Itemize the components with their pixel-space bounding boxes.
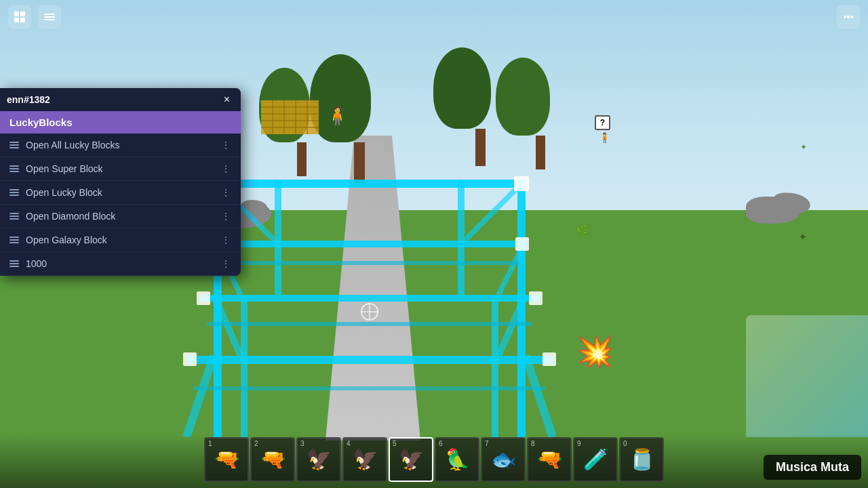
music-label: Musica Muta xyxy=(764,455,861,480)
menu-item-options[interactable]: ⋮ xyxy=(221,258,231,269)
svg-rect-41 xyxy=(14,12,19,16)
hotbar-slot-number: 3 xyxy=(300,440,304,447)
svg-rect-30 xyxy=(515,237,529,251)
svg-rect-15 xyxy=(275,180,281,295)
drag-icon xyxy=(9,260,19,267)
menu-item-options[interactable]: ⋮ xyxy=(221,187,231,198)
hotbar-slot-1[interactable]: 1 🔫 xyxy=(204,437,249,482)
hotbar-slot-number: 1 xyxy=(208,440,212,447)
drag-icon xyxy=(9,237,19,243)
svg-rect-33 xyxy=(183,352,197,366)
hotbar-slot-3[interactable]: 3 🦅 xyxy=(296,437,341,482)
menu-item-options[interactable]: ⋮ xyxy=(221,140,231,150)
settings-icon-button[interactable] xyxy=(837,5,860,28)
svg-rect-36 xyxy=(207,322,532,326)
menu-item-open-all[interactable]: Open All Lucky Blocks ⋮ xyxy=(0,134,241,157)
hotbar-slot-7[interactable]: 7 🐟 xyxy=(481,437,526,482)
menu-panel: enn#1382 × LuckyBlocks Open All Lucky Bl… xyxy=(0,88,241,276)
svg-rect-34 xyxy=(542,352,556,366)
menu-item-left: Open Lucky Block xyxy=(9,187,102,198)
hotbar-slot-icon: 🔫 xyxy=(260,447,285,471)
menu-item-options[interactable]: ⋮ xyxy=(221,211,231,222)
hotbar: 1 🔫 2 🔫 3 🦅 4 🦅 5 🦅 6 🦜 7 🐟 8 🔫 9 🧪 0 🫙 xyxy=(0,434,868,488)
menu-item-left: Open All Lucky Blocks xyxy=(9,140,120,150)
menu-item-left: 1000 xyxy=(9,258,47,269)
top-bar xyxy=(0,0,868,34)
svg-rect-47 xyxy=(44,19,55,20)
svg-rect-17 xyxy=(241,295,248,437)
player-character: 🧍 xyxy=(326,105,349,127)
svg-point-49 xyxy=(847,16,850,18)
home-icon-button[interactable] xyxy=(8,5,31,28)
menu-icon-button[interactable] xyxy=(38,5,61,28)
menu-item-label: 1000 xyxy=(26,258,47,269)
hotbar-slots: 1 🔫 2 🔫 3 🦅 4 🦅 5 🦅 6 🦜 7 🐟 8 🔫 9 🧪 0 🫙 xyxy=(204,437,664,482)
explosion-effect: 💥 xyxy=(576,333,614,369)
hotbar-slot-number: 8 xyxy=(531,440,535,447)
menu-item-open-super[interactable]: Open Super Block ⋮ xyxy=(0,157,241,181)
hotbar-slot-10[interactable]: 0 🫙 xyxy=(619,437,664,482)
hotbar-slot-icon: 🦅 xyxy=(399,447,424,471)
svg-point-50 xyxy=(850,16,853,18)
hotbar-slot-number: 4 xyxy=(347,440,351,447)
hotbar-slot-number: 7 xyxy=(485,440,489,447)
svg-rect-35 xyxy=(220,261,519,265)
menu-item-options[interactable]: ⋮ xyxy=(221,163,231,174)
hotbar-slot-icon: 🧪 xyxy=(583,447,608,471)
drag-icon xyxy=(9,213,19,220)
hotbar-slot-9[interactable]: 9 🧪 xyxy=(573,437,618,482)
svg-rect-16 xyxy=(458,180,465,295)
svg-rect-18 xyxy=(492,295,498,437)
hotbar-slot-6[interactable]: 6 🦜 xyxy=(435,437,479,482)
yellow-grid-object xyxy=(261,100,319,134)
hotbar-slot-number: 6 xyxy=(439,440,443,447)
grass-small: ✦ xyxy=(798,230,807,243)
svg-point-48 xyxy=(844,16,846,18)
arrow-small: ✦ xyxy=(800,142,807,152)
hotbar-slot-number: 5 xyxy=(393,440,397,447)
svg-line-26 xyxy=(526,356,553,437)
menu-item-options[interactable]: ⋮ xyxy=(221,235,231,245)
menu-item-left: Open Galaxy Block xyxy=(9,235,107,245)
menu-item-label: Open Lucky Block xyxy=(26,187,102,198)
hotbar-slot-2[interactable]: 2 🔫 xyxy=(250,437,295,482)
svg-rect-46 xyxy=(44,16,55,18)
distant-character: 🧍 xyxy=(599,132,610,143)
menu-username: enn#1382 xyxy=(7,94,50,105)
drag-icon xyxy=(9,165,19,172)
hotbar-slot-icon: 🐟 xyxy=(491,447,516,471)
menu-item-open-diamond[interactable]: Open Diamond Block ⋮ xyxy=(0,205,241,228)
grass-decoration-1: 🌿 xyxy=(576,224,590,237)
hotbar-slot-8[interactable]: 8 🔫 xyxy=(527,437,572,482)
svg-rect-0 xyxy=(261,100,319,134)
menu-item-amount-1000[interactable]: 1000 ⋮ xyxy=(0,252,241,276)
hotbar-slot-5[interactable]: 5 🦅 xyxy=(389,437,433,482)
svg-rect-31 xyxy=(197,291,210,305)
hotbar-slot-icon: 🫙 xyxy=(629,447,654,471)
svg-rect-43 xyxy=(14,18,19,22)
svg-rect-32 xyxy=(529,291,542,305)
svg-rect-42 xyxy=(20,12,25,16)
bright-corner xyxy=(746,315,868,437)
drag-icon xyxy=(9,189,19,196)
hotbar-slot-icon: 🔫 xyxy=(214,447,239,471)
menu-item-left: Open Diamond Block xyxy=(9,211,115,222)
svg-rect-37 xyxy=(193,386,546,390)
menu-title-bar: enn#1382 × xyxy=(0,88,241,111)
hotbar-slot-icon: 🦅 xyxy=(353,447,378,471)
hotbar-slot-icon: 🦅 xyxy=(307,447,332,471)
svg-rect-10 xyxy=(214,241,526,247)
hotbar-slot-icon: 🦜 xyxy=(445,447,470,471)
hotbar-slot-number: 9 xyxy=(577,440,581,447)
svg-rect-44 xyxy=(20,18,25,22)
menu-close-button[interactable]: × xyxy=(220,92,234,107)
svg-rect-9 xyxy=(214,180,526,188)
svg-rect-11 xyxy=(200,295,539,302)
menu-category-label: LuckyBlocks xyxy=(0,111,241,134)
hotbar-slot-4[interactable]: 4 🦅 xyxy=(342,437,387,482)
hotbar-slot-number: 0 xyxy=(623,440,627,447)
menu-item-open-galaxy[interactable]: Open Galaxy Block ⋮ xyxy=(0,228,241,252)
menu-item-open-lucky[interactable]: Open Lucky Block ⋮ xyxy=(0,181,241,205)
menu-item-label: Open Galaxy Block xyxy=(26,235,107,245)
menu-item-label: Open Super Block xyxy=(26,163,103,174)
